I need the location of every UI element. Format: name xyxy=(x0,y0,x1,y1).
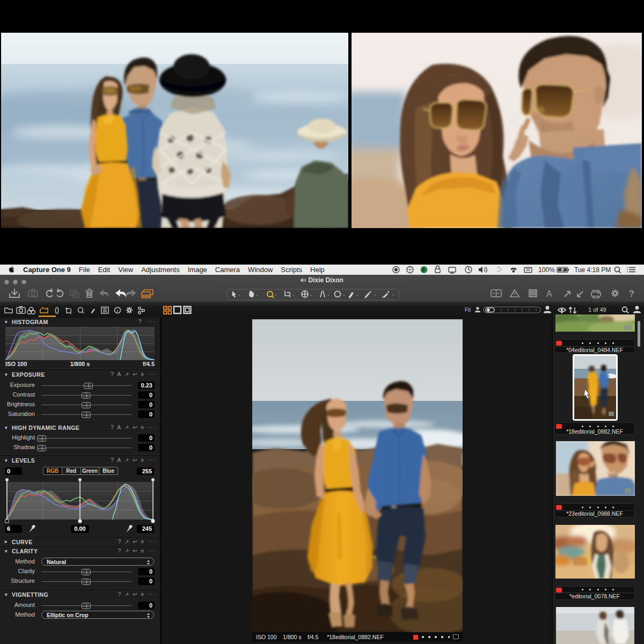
svg-text:6: 6 xyxy=(422,267,425,273)
svg-text:100%: 100% xyxy=(538,266,555,274)
svg-text:Fit: Fit xyxy=(465,307,471,313)
svg-text:Tue 4:18 PM: Tue 4:18 PM xyxy=(574,266,611,274)
svg-text:?: ? xyxy=(629,289,634,298)
svg-text:1 of 49: 1 of 49 xyxy=(588,306,606,313)
svg-text:A: A xyxy=(546,289,552,298)
